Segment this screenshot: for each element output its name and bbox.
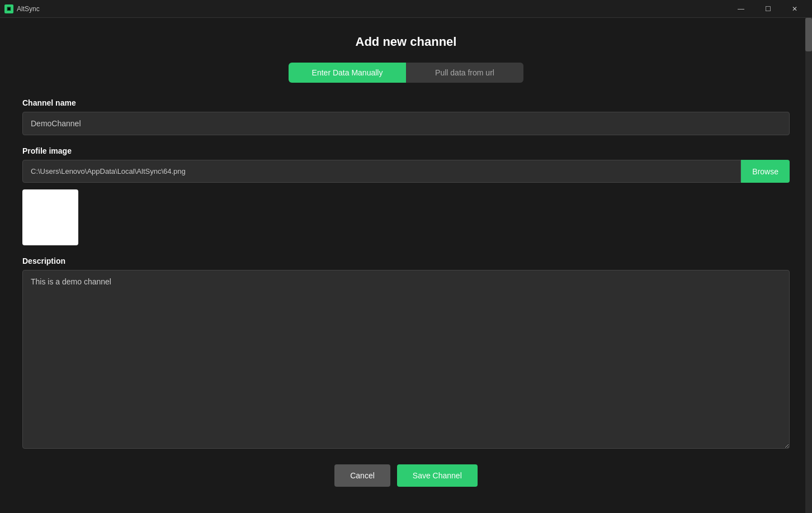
browse-button[interactable]: Browse [741,160,790,183]
app-logo: ▣ [4,4,13,13]
action-buttons: Cancel Save Channel [22,464,790,498]
tab-bar: Enter Data Manually Pull data from url [22,63,790,83]
image-preview [22,189,78,245]
app-name: AltSync [17,5,40,13]
description-label: Description [22,256,790,265]
titlebar-left: ▣ AltSync [4,4,40,13]
window-controls: — ☐ ✕ [728,0,808,18]
save-channel-button[interactable]: Save Channel [397,464,478,487]
file-input-group: Browse [22,160,790,183]
maximize-button[interactable]: ☐ [755,0,781,18]
tab-group: Enter Data Manually Pull data from url [289,63,523,83]
page-title: Add new channel [22,35,790,49]
scrollbar-thumb[interactable] [805,18,812,51]
close-button[interactable]: ✕ [782,0,808,18]
scrollbar[interactable] [805,18,812,513]
profile-image-section: Profile image Browse [22,146,790,245]
description-textarea[interactable]: This is a demo channel [22,270,790,449]
tab-enter-manually[interactable]: Enter Data Manually [289,63,406,83]
cancel-button[interactable]: Cancel [334,464,390,487]
logo-icon: ▣ [7,6,11,11]
tab-pull-from-url[interactable]: Pull data from url [406,63,523,83]
titlebar: ▣ AltSync — ☐ ✕ [0,0,812,18]
file-path-input[interactable] [22,160,741,183]
channel-name-section: Channel name [22,98,790,135]
minimize-button[interactable]: — [728,0,754,18]
channel-name-input[interactable] [22,112,790,135]
main-content: Add new channel Enter Data Manually Pull… [0,18,812,513]
channel-name-label: Channel name [22,98,790,107]
profile-image-label: Profile image [22,146,790,155]
description-section: Description This is a demo channel [22,256,790,451]
